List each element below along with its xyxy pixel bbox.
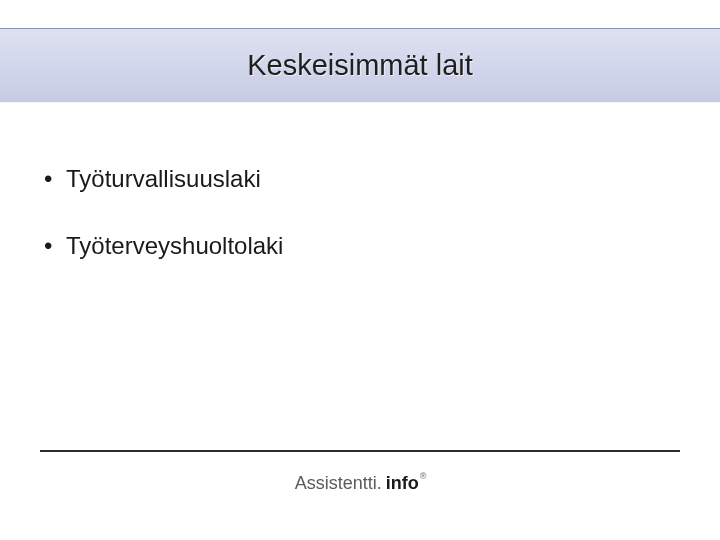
slide: Keskeisimmät lait Työturvallisuuslaki Ty… xyxy=(0,0,720,540)
footer-brand-suffix: info® xyxy=(386,473,426,494)
bullet-text: Työturvallisuuslaki xyxy=(66,165,261,192)
footer-brand-prefix: Assistentti. xyxy=(295,473,382,494)
registered-mark-icon: ® xyxy=(420,471,427,481)
slide-content: Työturvallisuuslaki Työterveyshuoltolaki xyxy=(40,165,680,299)
divider xyxy=(40,450,680,452)
footer-brand-suffix-text: info xyxy=(386,473,419,493)
bullet-list: Työturvallisuuslaki Työterveyshuoltolaki xyxy=(40,165,680,261)
title-band: Keskeisimmät lait xyxy=(0,28,720,102)
bullet-text: Työterveyshuoltolaki xyxy=(66,232,283,259)
list-item: Työterveyshuoltolaki xyxy=(40,232,680,261)
footer: Assistentti. info® xyxy=(0,473,720,494)
list-item: Työturvallisuuslaki xyxy=(40,165,680,194)
slide-title: Keskeisimmät lait xyxy=(247,49,473,82)
